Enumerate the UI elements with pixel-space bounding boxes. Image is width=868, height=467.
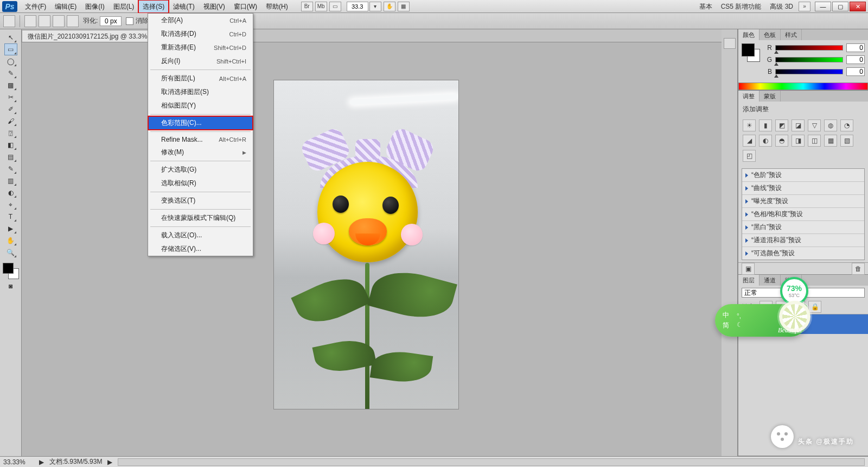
adj-icon-10[interactable]: ◨ [792,135,805,147]
tool-12[interactable]: ▥ [4,175,17,187]
preset-row-6[interactable]: “可选颜色”预设 [742,247,864,260]
menu-item-7[interactable]: 窗口(W) [229,0,261,13]
tool-14[interactable]: ⌖ [4,199,17,211]
menu-dropdown-item-21[interactable]: 载入选区(O)... [148,229,253,242]
menu-dropdown-item-1[interactable]: 取消选择(D)Ctrl+D [148,27,253,41]
menu-dropdown-item-14[interactable]: 扩大选取(G) [148,163,253,176]
adj-icon-3[interactable]: ◪ [792,119,805,131]
tool-5[interactable]: ✂ [4,91,17,103]
antialias-checkbox[interactable] [126,17,133,25]
menu-dropdown-item-5[interactable]: 所有图层(L)Alt+Ctrl+A [148,72,253,85]
menu-dropdown-item-6[interactable]: 取消选择图层(S) [148,85,253,99]
preset-row-3[interactable]: “色相/饱和度”预设 [742,208,864,221]
slider-b[interactable] [775,69,843,74]
workspace-tab-0[interactable]: 基本 [695,1,717,12]
adj-icon-2[interactable]: ◩ [775,119,788,131]
color-swatch[interactable] [3,263,19,279]
preset-row-5[interactable]: “通道混和器”预设 [742,234,864,247]
adj-icon-9[interactable]: ◓ [775,135,788,147]
adj-icon-12[interactable]: ▦ [824,135,837,147]
layer-tab-1[interactable]: 通道 [760,275,781,286]
menu-dropdown-item-2[interactable]: 重新选择(E)Shift+Ctrl+D [148,41,253,54]
menu-item-6[interactable]: 视图(V) [199,0,229,13]
menu-dropdown-item-0[interactable]: 全部(A)Ctrl+A [148,14,253,27]
tool-7[interactable]: 🖌 [4,115,17,127]
tool-2[interactable]: ◯ [4,55,17,67]
menu-dropdown-item-11[interactable]: Refine Mask...Alt+Ctrl+R [148,134,253,146]
tool-18[interactable]: 🔍 [4,247,17,258]
tool-9[interactable]: ◧ [4,139,17,151]
adj-foot-right-icon[interactable]: 🗑 [852,263,865,275]
sel-new-icon[interactable] [24,15,36,27]
adj-icon-6[interactable]: ◔ [840,119,853,131]
sel-int-icon[interactable] [67,15,79,27]
menu-item-8[interactable]: 帮助(H) [261,0,292,13]
preset-row-2[interactable]: “曝光度”预设 [742,195,864,208]
rgb-input-b[interactable] [846,67,865,76]
adj-icon-11[interactable]: ◫ [808,135,821,147]
zoom-dropdown-icon[interactable]: ▾ [369,2,381,11]
collapsed-panel-icon[interactable] [724,38,736,49]
slider-g[interactable] [775,57,843,62]
foreground-color[interactable] [3,263,14,274]
adj-icon-14[interactable]: ◰ [743,150,756,162]
adj-icon-7[interactable]: ◢ [743,135,756,147]
adj-icon-4[interactable]: ▽ [808,119,821,131]
tool-8[interactable]: ⍰ [4,127,17,139]
tool-4[interactable]: ▩ [4,79,17,91]
tool-10[interactable]: ▤ [4,151,17,163]
rgb-input-g[interactable] [846,55,865,64]
adj-tab-0[interactable]: 调整 [738,91,760,102]
layer-tab-0[interactable]: 图层 [738,275,760,286]
tool-11[interactable]: ✎ [4,163,17,175]
adj-icon-8[interactable]: ◐ [759,135,772,147]
zoom-input[interactable] [347,2,368,11]
tool-13[interactable]: ◐ [4,187,17,199]
rgb-input-r[interactable] [846,43,865,52]
window-close-button[interactable]: ✕ [850,2,866,11]
status-zoom[interactable]: 33.33% [3,458,34,466]
bridge-icon[interactable]: Br [301,2,313,11]
tool-17[interactable]: ✋ [4,235,17,247]
color-tab-1[interactable]: 色板 [760,29,781,40]
preset-row-4[interactable]: “黑白”预设 [742,221,864,234]
minibridge-icon[interactable]: Mb [315,2,327,11]
menu-item-1[interactable]: 编辑(E) [50,0,81,13]
tool-0[interactable]: ↖ [4,31,17,43]
menu-item-2[interactable]: 图像(I) [81,0,108,13]
sel-add-icon[interactable] [39,15,50,27]
menu-dropdown-item-19[interactable]: 在快速蒙版模式下编辑(Q) [148,211,253,225]
workspace-tab-1[interactable]: CS5 新增功能 [717,1,766,12]
adj-icon-0[interactable]: ☀ [743,119,756,131]
adj-foot-left-icon[interactable]: ▣ [742,263,755,275]
menu-dropdown-item-22[interactable]: 存储选区(V)... [148,242,253,256]
color-tab-0[interactable]: 颜色 [738,29,760,40]
menu-item-4[interactable]: 选择(S) [138,0,169,13]
sel-sub-icon[interactable] [53,15,65,27]
adj-icon-1[interactable]: ▮ [759,119,772,131]
arrange-icon[interactable]: ▦ [398,2,410,11]
adj-icon-5[interactable]: ◍ [824,119,837,131]
window-minimize-button[interactable]: — [815,2,831,11]
tool-16[interactable]: ▶ [4,223,17,235]
workspace-tab-2[interactable]: 高级 3D [765,1,797,12]
tool-15[interactable]: T [4,211,17,223]
menu-dropdown-item-15[interactable]: 选取相似(R) [148,176,253,190]
menu-item-0[interactable]: 文件(F) [21,0,50,13]
adj-icon-13[interactable]: ▧ [840,135,853,147]
menu-dropdown-item-9[interactable]: 色彩范围(C)... [148,116,253,130]
preset-row-1[interactable]: “曲线”预设 [742,182,864,195]
hand-icon[interactable]: ✋ [384,2,395,11]
ime-bubble[interactable]: 中 简 °, ☾ Beautiful [715,304,807,337]
window-maximize-button[interactable]: ▢ [832,2,848,11]
menu-dropdown-item-7[interactable]: 相似图层(Y) [148,99,253,112]
tool-preset-icon[interactable] [3,15,15,27]
document-tab[interactable]: 微信图片_20210309172125.jpg @ 33.3% × [22,30,163,42]
quickmask-icon[interactable]: ◙ [4,280,17,292]
canvas[interactable] [274,80,458,409]
adj-tab-1[interactable]: 蒙版 [760,91,781,102]
screenmode-icon[interactable]: ▭ [329,2,341,11]
tool-6[interactable]: ✐ [4,103,17,115]
menu-dropdown-item-12[interactable]: 修改(M) [148,146,253,159]
lock-all-icon[interactable]: 🔒 [808,301,821,313]
